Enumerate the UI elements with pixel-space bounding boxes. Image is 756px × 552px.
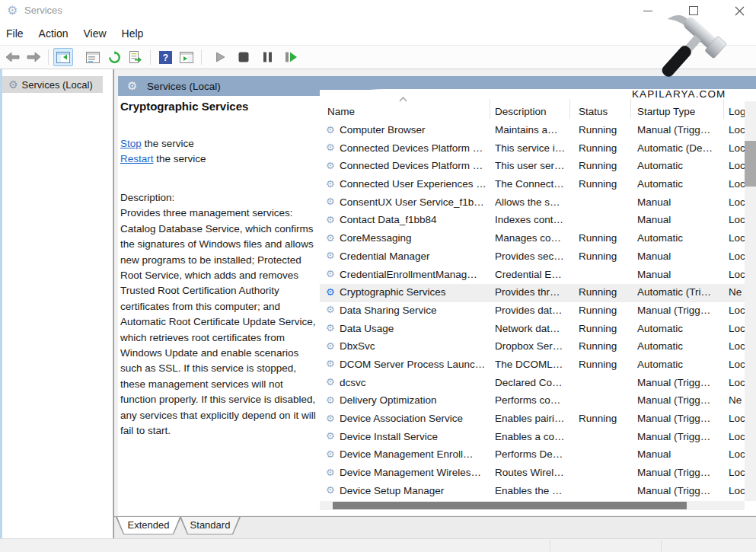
table-row[interactable]: ⚙ ConsentUX User Service_f1b… Allows the… bbox=[320, 194, 745, 212]
cell-log-on-as: Loc bbox=[729, 196, 745, 208]
cell-startup-type: Automatic bbox=[637, 340, 723, 352]
column-header-log-on-as[interactable]: Log bbox=[729, 106, 746, 117]
cell-log-on-as: Loc bbox=[729, 124, 745, 136]
service-gear-icon: ⚙ bbox=[326, 484, 335, 496]
service-gear-icon: ⚙ bbox=[326, 214, 335, 225]
show-console-tree-button[interactable] bbox=[53, 48, 73, 66]
table-row[interactable]: ⚙ Computer Browser Maintains a… Running … bbox=[320, 122, 745, 140]
tree-item-services-local[interactable]: ⚙ Services (Local) bbox=[2, 76, 103, 93]
export-list-button[interactable] bbox=[126, 48, 145, 66]
column-header-startup-type[interactable]: Startup Type bbox=[637, 106, 695, 117]
table-row[interactable]: ⚙ Connected Devices Platform … This user… bbox=[320, 158, 745, 176]
show-action-pane-button[interactable] bbox=[177, 48, 196, 66]
cell-status: Running bbox=[579, 142, 632, 154]
menu-action[interactable]: Action bbox=[39, 27, 69, 40]
cell-startup-type: Manual bbox=[637, 250, 723, 262]
bottom-strip-divider bbox=[661, 540, 662, 552]
cell-log-on-as: Loc bbox=[729, 377, 745, 388]
vertical-scrollbar-thumb[interactable] bbox=[745, 141, 756, 187]
table-row[interactable]: ⚙ DbxSvc Dropbox Ser… Running Automatic … bbox=[320, 338, 745, 356]
service-gear-icon: ⚙ bbox=[326, 376, 335, 388]
table-row[interactable]: ⚙ Device Setup Manager Enables the … Man… bbox=[320, 483, 745, 501]
cell-log-on-as: Loc bbox=[729, 232, 745, 244]
cell-name: Data Usage bbox=[340, 323, 490, 334]
table-row[interactable]: ⚙ CoreMessaging Manages co… Running Auto… bbox=[320, 230, 745, 248]
cell-startup-type: Manual (Trigg… bbox=[637, 377, 723, 388]
stop-service-button[interactable] bbox=[234, 48, 254, 66]
cell-log-on-as: Loc bbox=[729, 178, 745, 190]
service-gear-icon: ⚙ bbox=[326, 142, 335, 153]
table-row[interactable]: ⚙ Device Install Service Enables a co… M… bbox=[320, 429, 745, 447]
service-gear-icon: ⚙ bbox=[326, 304, 335, 315]
cell-name: Device Install Service bbox=[340, 431, 490, 442]
table-row[interactable]: ⚙ DCOM Server Process Launc… The DCOML… … bbox=[320, 356, 745, 375]
services-list: Name Description Status Startup Type Log… bbox=[320, 90, 756, 515]
cell-name: Connected Devices Platform … bbox=[340, 142, 490, 154]
menu-file[interactable]: File bbox=[6, 27, 24, 40]
cell-log-on-as: Loc bbox=[729, 413, 745, 424]
back-icon bbox=[5, 52, 20, 62]
cell-name: Connected Devices Platform … bbox=[340, 160, 490, 171]
refresh-button[interactable] bbox=[104, 48, 124, 66]
cell-description: Enables pairi… bbox=[495, 413, 568, 424]
table-row[interactable]: ⚙ Connected Devices Platform … This serv… bbox=[320, 140, 745, 158]
restart-service-link[interactable]: Restart bbox=[120, 153, 154, 164]
table-row[interactable]: ⚙ CredentialEnrollmentManag… Credential … bbox=[320, 266, 745, 285]
cell-log-on-as: Loc bbox=[729, 448, 745, 460]
tab-extended[interactable]: Extended bbox=[116, 517, 181, 534]
menu-help[interactable]: Help bbox=[122, 27, 144, 40]
properties-button[interactable] bbox=[83, 48, 103, 66]
cell-startup-type: Manual (Trigg… bbox=[637, 467, 723, 478]
stop-service-link[interactable]: Stop bbox=[120, 138, 142, 149]
table-row[interactable]: ⚙ Cryptographic Services Provides thr… R… bbox=[320, 284, 745, 302]
service-gear-icon: ⚙ bbox=[326, 232, 335, 244]
table-row[interactable]: ⚙ Data Sharing Service Provides dat… Run… bbox=[320, 302, 745, 321]
start-service-icon bbox=[215, 52, 225, 62]
horizontal-scrollbar-thumb[interactable] bbox=[333, 502, 687, 509]
table-row[interactable]: ⚙ dcsvc Declared Co… Manual (Trigg… Loc bbox=[320, 375, 745, 393]
cell-startup-type: Automatic bbox=[637, 232, 723, 244]
cell-name: Credential Manager bbox=[340, 250, 490, 262]
vertical-scrollbar[interactable] bbox=[745, 101, 756, 501]
table-row[interactable]: ⚙ Credential Manager Provides sec… Runni… bbox=[320, 248, 745, 266]
cell-description: Performs co… bbox=[495, 394, 568, 406]
forward-button[interactable] bbox=[24, 48, 43, 66]
table-row[interactable]: ⚙ Delivery Optimization Performs co… Man… bbox=[320, 392, 745, 410]
cell-description: This service i… bbox=[495, 142, 568, 154]
tab-standard-label: Standard bbox=[180, 519, 241, 531]
table-row[interactable]: ⚙ Device Management Enroll… Performs De…… bbox=[320, 446, 745, 464]
cell-startup-type: Manual bbox=[637, 448, 723, 460]
start-service-button[interactable] bbox=[210, 48, 230, 66]
tab-standard[interactable]: Standard bbox=[180, 517, 241, 534]
service-gear-icon: ⚙ bbox=[326, 124, 335, 136]
svg-text:?: ? bbox=[162, 53, 167, 63]
table-row[interactable]: ⚙ Data Usage Network dat… Running Automa… bbox=[320, 321, 745, 339]
help-button[interactable]: ? bbox=[155, 48, 175, 66]
cell-log-on-as: Loc bbox=[729, 305, 745, 316]
cell-name: CoreMessaging bbox=[340, 232, 490, 244]
cell-startup-type: Manual (Trigg… bbox=[637, 124, 723, 136]
table-row[interactable]: ⚙ Connected User Experiences … The Conne… bbox=[320, 176, 745, 194]
services-gear-icon: ⚙ bbox=[8, 78, 18, 91]
table-row[interactable]: ⚙ Device Association Service Enables pai… bbox=[320, 410, 745, 429]
cell-description: Indexes cont… bbox=[495, 214, 568, 225]
cell-name: dcsvc bbox=[340, 377, 490, 388]
cell-name: Device Management Enroll… bbox=[340, 448, 490, 460]
cell-startup-type: Manual (Trigg… bbox=[637, 485, 723, 496]
stop-link-suffix: the service bbox=[142, 138, 194, 149]
table-row[interactable]: ⚙ Contact Data_f1bb84 Indexes cont… Manu… bbox=[320, 212, 745, 230]
back-button[interactable] bbox=[2, 48, 22, 66]
service-gear-icon: ⚙ bbox=[326, 467, 335, 478]
menu-view[interactable]: View bbox=[83, 27, 106, 40]
table-row[interactable]: ⚙ Device Management Wireles… Routes Wire… bbox=[320, 464, 745, 483]
column-header-status[interactable]: Status bbox=[579, 106, 608, 117]
column-header-name[interactable]: Name bbox=[327, 106, 355, 117]
column-header-description[interactable]: Description bbox=[495, 106, 547, 117]
horizontal-scrollbar[interactable] bbox=[320, 501, 745, 510]
pause-service-button[interactable] bbox=[257, 48, 277, 66]
restart-service-button[interactable] bbox=[281, 48, 301, 66]
cell-description: Dropbox Ser… bbox=[495, 340, 568, 352]
service-rows: ⚙ Computer Browser Maintains a… Running … bbox=[320, 122, 745, 500]
service-gear-icon: ⚙ bbox=[326, 250, 335, 261]
cell-log-on-as: Loc bbox=[729, 269, 745, 280]
